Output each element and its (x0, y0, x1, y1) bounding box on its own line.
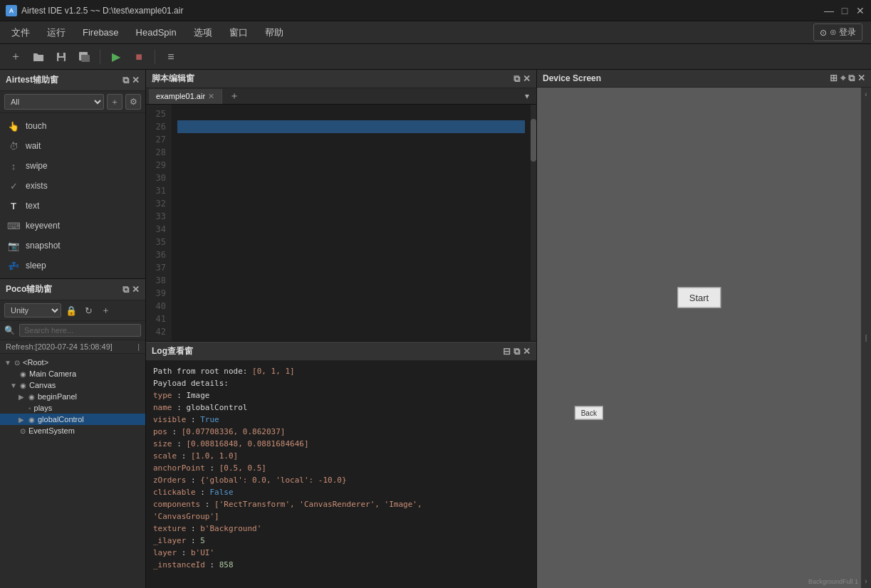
airtest-float-icon[interactable]: ⧉ (122, 75, 129, 86)
menu-headspin[interactable]: HeadSpin (127, 24, 185, 41)
airtest-item-exists[interactable]: ✓ exists (0, 176, 145, 196)
log-instanceid-line: _instanceId : 858 (153, 559, 529, 571)
menu-file[interactable]: 文件 (3, 23, 38, 42)
tree-canvas[interactable]: ▼ ◉ Canvas (0, 379, 145, 391)
close-button[interactable]: ✕ (855, 6, 865, 16)
tab-example01[interactable]: example01.air ✕ (149, 89, 222, 104)
airtest-filter-select[interactable]: All (4, 94, 104, 110)
log-name-line: name : globalControl (153, 401, 529, 414)
tree-global-expand: ▶ (19, 416, 27, 424)
airtest-filter-config-btn[interactable]: ⚙ (125, 94, 141, 110)
tree-main-camera[interactable]: ◉ Main Camera (0, 368, 145, 379)
code-line-29 (177, 159, 525, 172)
script-float-icon[interactable]: ⧉ (513, 73, 520, 85)
login-button[interactable]: ⊙ ⊙ 登录 (813, 23, 862, 41)
airtest-item-text[interactable]: T text (0, 196, 145, 216)
poco-search-row: 🔍 (0, 321, 145, 340)
maximize-button[interactable]: □ (840, 6, 850, 16)
poco-float-icon[interactable]: ⧉ (122, 284, 129, 295)
toolbar: ＋ ▶ ■ ≡ (0, 44, 871, 70)
svg-rect-2 (58, 58, 64, 61)
device-back-button[interactable]: Back (575, 406, 603, 419)
airtest-filter-add-btn[interactable]: ＋ (107, 94, 122, 110)
new-button[interactable]: ＋ (6, 47, 26, 67)
log-anchor-line: anchorPoint : [0.5, 0.5] (153, 462, 529, 474)
poco-lock-icon[interactable]: 🔒 (64, 303, 78, 317)
code-line-33 (177, 210, 525, 223)
code-area[interactable]: 2526272829 3031323334 3536373839 404142 (146, 105, 536, 341)
log-close-icon[interactable]: ✕ (523, 346, 531, 357)
device-grid-icon[interactable]: ⊞ (830, 73, 838, 84)
titlebar: A Airtest IDE v1.2.5 ~~ D:\test\example0… (0, 0, 871, 21)
airtest-item-swipe[interactable]: ↕ swipe (0, 156, 145, 176)
code-line-27 (177, 133, 525, 146)
tree-begin-panel[interactable]: ▶ ◉ beginPanel (0, 391, 145, 402)
save-all-button[interactable] (74, 47, 94, 67)
wait-icon: ⏱ (7, 140, 20, 152)
tab-add-btn[interactable]: ＋ (225, 88, 244, 104)
log-path-line: Path from root node: [0, 1, 1] (153, 365, 529, 377)
menu-options[interactable]: 选项 (185, 23, 221, 42)
device-pointer-icon[interactable]: ⌖ (840, 73, 845, 84)
code-line-42 (177, 325, 525, 338)
poco-close-icon[interactable]: ✕ (132, 284, 140, 295)
device-start-button[interactable]: Start (677, 288, 721, 308)
scroll-up-icon[interactable]: ‹ (861, 90, 871, 98)
log-layer-line: layer : b'UI' (153, 547, 529, 559)
log-float-icon[interactable]: ⧉ (513, 346, 520, 357)
device-screen-inner: Start Back BackgroundFull 1 (537, 88, 861, 588)
log-filter-icon[interactable]: ⊟ (503, 346, 511, 357)
open-button[interactable] (28, 47, 48, 67)
code-scrollbar[interactable] (531, 105, 536, 341)
airtest-close-icon[interactable]: ✕ (132, 75, 140, 86)
airtest-item-keyevent[interactable]: ⌨ keyevent (0, 216, 145, 236)
device-close-icon[interactable]: ✕ (857, 73, 865, 84)
tab-close-btn[interactable]: ✕ (208, 92, 214, 101)
tree-plays[interactable]: ◦ plays (0, 402, 145, 414)
poco-engine-select[interactable]: Unity (4, 303, 61, 317)
stop-button[interactable]: ■ (129, 47, 149, 67)
tree-global-control[interactable]: ▶ ◉ globalControl (0, 414, 145, 425)
code-line-35 (177, 236, 525, 248)
text-icon: T (7, 199, 20, 212)
airtest-item-sleep[interactable]: 💤 sleep (0, 256, 145, 275)
poco-search-input[interactable] (19, 324, 141, 337)
airtest-item-wait[interactable]: ⏱ wait (0, 136, 145, 156)
airtest-item-snapshot[interactable]: 📷 snapshot (0, 236, 145, 256)
poco-add-icon[interactable]: ＋ (98, 303, 113, 317)
script-close-icon[interactable]: ✕ (523, 73, 531, 85)
tree-root[interactable]: ▼ ⊙ <Root> (0, 357, 145, 368)
scroll-down-icon[interactable]: › (861, 577, 871, 585)
swipe-label: swipe (26, 161, 48, 171)
menu-firebase[interactable]: Firebase (74, 24, 127, 41)
code-line-40 (177, 300, 525, 313)
menu-help[interactable]: 帮助 (256, 23, 292, 42)
poco-refresh-icon[interactable]: ↻ (81, 303, 95, 317)
code-scrollbar-thumb[interactable] (531, 119, 536, 162)
code-line-36 (177, 248, 525, 261)
poco-panel-header: Poco辅助窗 ⧉ ✕ (0, 279, 145, 300)
code-content[interactable] (172, 105, 531, 341)
tree-plays-icon: ◦ (28, 404, 31, 412)
airtest-panel: Airtest辅助窗 ⧉ ✕ All ＋ ⚙ 👆 touch ⏱ (0, 70, 145, 278)
device-screen-title: Device Screen (543, 73, 601, 83)
menu-button[interactable]: ≡ (161, 47, 181, 67)
poco-panel-title: Poco辅助窗 (6, 283, 52, 295)
tab-bar: example01.air ✕ ＋ ▾ (146, 88, 536, 105)
menu-run[interactable]: 运行 (38, 23, 74, 42)
menu-window[interactable]: 窗口 (221, 23, 256, 42)
save-button[interactable] (51, 47, 71, 67)
code-line-37 (177, 261, 525, 274)
run-button[interactable]: ▶ (106, 47, 126, 67)
tree-event-system[interactable]: ⊙ EventSystem (0, 425, 145, 436)
login-icon: ⊙ (820, 28, 827, 38)
log-components-line: components : ['RectTransform', 'CanvasRe… (153, 498, 529, 510)
tree-global-icon: ◉ (28, 416, 35, 424)
log-content[interactable]: Path from root node: [0, 1, 1] Payload d… (146, 361, 536, 588)
device-screen-header: Device Screen ⊞ ⌖ ⧉ ✕ (537, 70, 871, 88)
wait-label: wait (26, 141, 41, 151)
airtest-item-touch[interactable]: 👆 touch (0, 116, 145, 136)
tab-dropdown-btn[interactable]: ▾ (521, 90, 533, 103)
device-float-icon[interactable]: ⧉ (848, 73, 855, 84)
minimize-button[interactable]: — (824, 6, 834, 16)
